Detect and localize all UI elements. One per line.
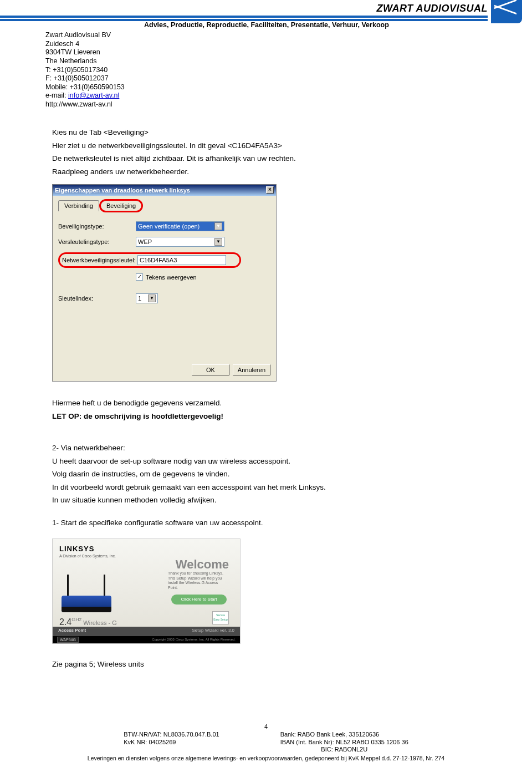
page-footer: 4 BTW-NR/VAT: NL8036.70.047.B.01 KvK NR:…	[0, 723, 532, 761]
paragraph: Kies nu de Tab <Beveiliging>	[52, 128, 480, 138]
brand-tagline: Advies, Productie, Reproductie, Facilite…	[144, 21, 389, 29]
brand-name: ZWART AUDIOVISUAL	[377, 3, 488, 14]
dialog-titlebar: Eigenschappen van draadloos netwerk link…	[53, 185, 276, 196]
linksys-model: WAP54G	[57, 637, 79, 643]
footer-kvk: KvK NR: 04025269	[124, 739, 219, 746]
company-web: http://www.zwart-av.nl	[45, 100, 125, 109]
linksys-bar-left: Access Point	[58, 628, 86, 633]
company-address: Zwart Audiovisual BV Zuidesch 4 9304TW L…	[45, 31, 125, 109]
label-network-key: Netwerkbeveiligingssleutel:	[62, 256, 137, 264]
dialog-body: Verbinding Beveiliging Beveiligingstype:…	[53, 196, 276, 381]
document-body: Kies nu de Tab <Beveiliging> Hier ziet u…	[52, 128, 480, 669]
tab-connection[interactable]: Verbinding	[58, 200, 99, 211]
brand-bar: ZWART AUDIOVISUAL	[0, 0, 532, 17]
paragraph-bold: LET OP: de omschrijving is hoofdletterge…	[52, 412, 480, 421]
input-network-key[interactable]: C16D4FA5A3	[137, 255, 226, 265]
footer-iban: IBAN (Int. Bank Nr): NL52 RABO 0335 1206…	[280, 739, 408, 746]
linksys-black-bar: WAP54G Copyright 2005 Cisco Systems, Inc…	[53, 636, 240, 643]
paragraph: In uw situatie kunnen methoden volledig …	[52, 495, 480, 505]
footer-terms: Leveringen en diensten volgens onze alge…	[0, 755, 532, 761]
input-value: C16D4FA5A3	[140, 256, 177, 264]
footer-left: BTW-NR/VAT: NL8036.70.047.B.01 KvK NR: 0…	[124, 731, 219, 754]
linksys-subtitle: A Division of Cisco Systems, Inc.	[59, 553, 116, 558]
paragraph: U heeft daarvoor de set-up software nodi…	[52, 456, 480, 466]
field-key-index: Sleutelindex: 1 ▼	[58, 293, 270, 303]
linksys-start-button[interactable]: Click Here to Start	[171, 595, 227, 605]
paragraph: Hiermee heft u de benodigde gegevens ver…	[52, 398, 480, 408]
company-addr1: Zuidesch 4	[45, 40, 125, 49]
close-icon[interactable]: ×	[266, 186, 274, 194]
field-encryption: Versleutelingstype: WEP ▼	[58, 237, 270, 247]
linksys-setup-screenshot: LINKSYS A Division of Cisco Systems, Inc…	[52, 539, 241, 644]
linksys-welcome: Welcome	[176, 557, 229, 573]
chevron-down-icon: ▼	[214, 222, 222, 230]
paragraph: Hier ziet u de netwerkbeveiligingssleute…	[52, 141, 480, 151]
linksys-copy: Thank you for choosing Linksys. This Set…	[168, 571, 229, 590]
brand-logo-icon	[491, 0, 522, 23]
combo-key-index[interactable]: 1 ▼	[136, 293, 158, 303]
company-name: Zwart Audiovisual BV	[45, 31, 125, 40]
paragraph: In dit voorbeeld wordt gebruik gemaakt v…	[52, 482, 480, 492]
paragraph: De netwerksleutel is niet altijd zichtba…	[52, 154, 480, 164]
see-page-5: Zie pagina 5; Wireless units	[52, 659, 480, 669]
page-number: 4	[0, 723, 532, 730]
chevron-down-icon: ▼	[148, 294, 156, 302]
paragraph: Volg daarin de instructies, om de gegeve…	[52, 469, 480, 479]
label-show-chars: Tekens weergeven	[146, 273, 197, 281]
field-show-chars: ✓ Tekens weergeven	[136, 273, 270, 281]
linksys-logo: LINKSYS	[59, 545, 94, 554]
dialog-buttons: OK Annuleren	[58, 364, 270, 375]
footer-bank: Bank: RABO Bank Leek, 335120636	[280, 731, 408, 739]
tab-security[interactable]: Beveiliging	[100, 200, 142, 211]
linksys-copyright: Copyright 2005 Cisco Systems, Inc. All R…	[152, 638, 236, 642]
paragraph: Raadpleeg anders uw netwerkbeheerder.	[52, 167, 480, 177]
paragraph: 1- Start de specifieke configuratie soft…	[52, 518, 480, 528]
combo-value: 1	[138, 294, 141, 302]
company-fax: F: +31(0)505012037	[45, 74, 125, 83]
combo-value: Geen verificatie (open)	[138, 222, 200, 230]
dialog-tabs: Verbinding Beveiliging	[58, 200, 270, 211]
dialog-title: Eigenschappen van draadloos netwerk link…	[55, 186, 190, 194]
properties-dialog: Eigenschappen van draadloos netwerk link…	[52, 184, 277, 382]
company-country: The Netherlands	[45, 57, 125, 66]
footer-right: Bank: RABO Bank Leek, 335120636 IBAN (In…	[280, 731, 408, 754]
ok-button[interactable]: OK	[192, 364, 229, 375]
linksys-seal-icon: Secure Easy Setup	[212, 611, 229, 624]
label-encryption: Versleutelingstype:	[58, 238, 136, 246]
combo-value: WEP	[138, 238, 152, 246]
company-email-link[interactable]: info@zwart-av.nl	[68, 92, 119, 99]
paragraph: 2- Via netwerkbeheer:	[52, 443, 480, 453]
section-after-dialog: Hiermee heft u de benodigde gegevens ver…	[52, 398, 480, 527]
footer-columns: BTW-NR/VAT: NL8036.70.047.B.01 KvK NR: 0…	[0, 731, 532, 754]
highlight-circle: Netwerkbeveiligingssleutel: C16D4FA5A3	[58, 252, 241, 268]
ghz-rest: Wireless - G	[81, 619, 117, 626]
company-addr2: 9304TW Lieveren	[45, 48, 125, 57]
company-email-row: e-mail: info@zwart-av.nl	[45, 92, 125, 100]
cancel-button[interactable]: Annuleren	[233, 364, 270, 375]
field-security-type: Beveiligingstype: Geen verificatie (open…	[58, 221, 270, 231]
router-icon	[56, 576, 117, 614]
chevron-down-icon: ▼	[214, 238, 222, 246]
combo-encryption[interactable]: WEP ▼	[136, 237, 224, 247]
ghz-unit: GHz	[71, 617, 81, 622]
company-mobile: Mobile: +31(0)650590153	[45, 83, 125, 92]
ghz-number: 2.4	[59, 617, 71, 627]
company-tel: T: +31(0)505017340	[45, 66, 125, 75]
footer-bic: BIC: RABONL2U	[280, 746, 408, 754]
combo-security-type[interactable]: Geen verificatie (open) ▼	[136, 221, 224, 231]
label-key-index: Sleutelindex:	[58, 294, 136, 302]
checkbox-show-chars[interactable]: ✓	[136, 273, 143, 281]
linksys-bar-right: Setup Wizard ver. 3.0	[192, 628, 234, 633]
footer-vat: BTW-NR/VAT: NL8036.70.047.B.01	[124, 731, 219, 739]
field-network-key: Netwerkbeveiligingssleutel: C16D4FA5A3	[58, 252, 270, 268]
label-security-type: Beveiligingstype:	[58, 222, 136, 230]
company-email-label: e-mail:	[45, 92, 68, 99]
